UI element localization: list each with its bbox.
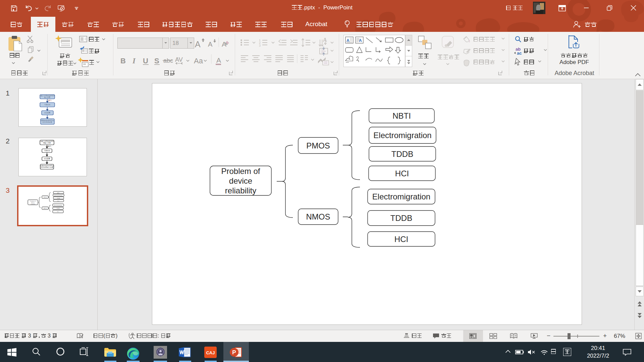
svg-text:对应胶囊: 对应胶囊 [44,158,50,160]
svg-text:输入: 输入 [48,99,52,102]
svg-text:A: A [323,37,327,43]
svg-text:Problem of: Problem of [221,167,260,176]
svg-text:3: 3 [259,44,261,47]
svg-text:Electromigration: Electromigration [372,192,430,201]
svg-text:P: P [232,349,236,356]
svg-text:NBTI: NBTI [392,111,411,120]
svg-text:A: A [195,40,201,49]
svg-text:输入: 输入 [48,145,51,147]
svg-text:Electromigration: Electromigration [54,205,62,206]
svg-text:A: A [359,38,362,43]
svg-text:NMOS: NMOS [306,212,330,221]
svg-text:A: A [216,56,221,64]
svg-text:可靠电路: 可靠电路 [44,104,51,106]
svg-text:应关number入矢量: 应关number入矢量 [41,167,53,168]
svg-text:Electromigration: Electromigration [54,195,63,196]
svg-text:PMOS: PMOS [306,141,330,150]
svg-text:device: device [229,176,252,185]
svg-text:Aa: Aa [194,57,203,65]
svg-text:NBTI: NBTI [57,192,60,194]
svg-text:HCI: HCI [57,211,59,213]
svg-text:TDDB: TDDB [390,214,412,223]
svg-text:I: I [132,57,136,65]
svg-text:对应胶囊: 对应胶囊 [44,112,51,114]
svg-text:TDDB: TDDB [56,208,60,209]
svg-text:S: S [154,57,159,65]
svg-text:A: A [208,41,213,48]
svg-text:可靠电路: 可靠电路 [44,150,50,152]
svg-text:HCI: HCI [57,200,59,202]
svg-text:TDDB: TDDB [391,149,413,159]
svg-text:U: U [143,57,148,65]
svg-text:HCI: HCI [394,235,408,244]
svg-text:应关number量: 应关number量 [43,121,52,123]
svg-text:reliability: reliability [31,203,35,205]
svg-text:Electromigration: Electromigration [373,131,431,140]
svg-text:CAJ: CAJ [206,350,215,355]
svg-text:reliability: reliability [225,186,256,195]
svg-text:NMOS: NMOS [43,208,47,209]
svg-text:PMOS: PMOS [44,197,47,198]
svg-text:HCI: HCI [395,169,409,178]
svg-text:B: B [120,57,126,65]
svg-text:ac: ac [517,51,522,56]
svg-text:AV: AV [175,56,183,63]
svg-text:TDDB: TDDB [57,198,60,199]
